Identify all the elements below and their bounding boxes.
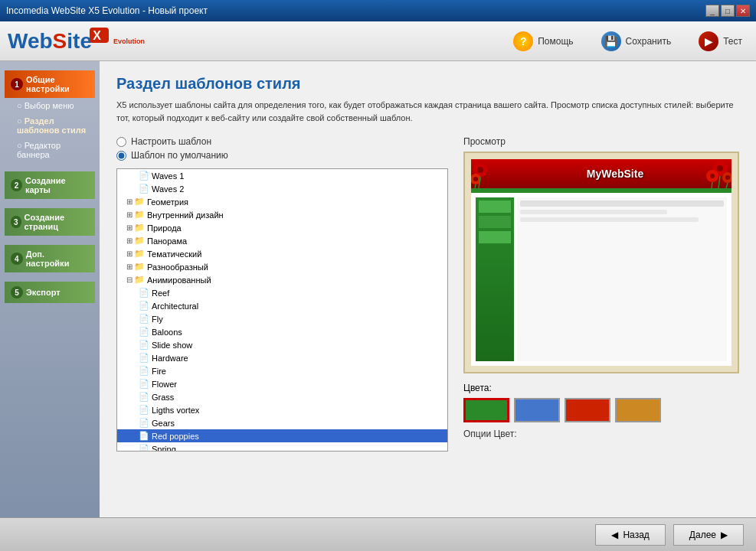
save-button[interactable]: 💾 Сохранить: [595, 28, 678, 54]
tree-item[interactable]: 📄Waves 2: [117, 182, 447, 195]
tree-item[interactable]: 📄Hardware: [117, 351, 447, 364]
svg-line-12: [718, 176, 720, 188]
color-swatch-orange[interactable]: [615, 398, 661, 422]
section-number-3: 3: [11, 216, 21, 228]
svg-point-9: [710, 174, 715, 178]
help-icon: ?: [513, 31, 533, 51]
test-label: Тест: [723, 36, 742, 47]
options-label: Опции Цвет:: [463, 429, 739, 439]
back-label: Назад: [623, 530, 649, 540]
preview-label: Просмотр: [463, 136, 739, 147]
sidebar-item-banner[interactable]: ○ Редактор баннера: [5, 138, 95, 162]
tree-item[interactable]: ⊞📁Тематический: [117, 247, 447, 260]
preview-header: MyWebSite: [471, 159, 731, 188]
help-label: Помощь: [538, 36, 573, 47]
tree-item[interactable]: 📄Flower: [117, 377, 447, 390]
radio-custom-label[interactable]: Настроить шаблон: [116, 136, 448, 147]
section-label-5: Экспорт: [26, 288, 61, 297]
content-body: Настроить шаблон Шаблон по умолчанию 📄Wa…: [116, 136, 739, 452]
back-chevron-icon: ◀: [611, 530, 618, 540]
tree-item[interactable]: ⊞📁Природа: [117, 221, 447, 234]
svg-line-5: [475, 184, 476, 188]
sidebar-header-5[interactable]: 5 Экспорт: [5, 282, 95, 303]
tree-item[interactable]: 📄Grass: [117, 390, 447, 403]
tree-item[interactable]: 📄Spring: [117, 442, 447, 452]
svg-line-13: [712, 182, 712, 188]
sidebar-section-4: 4 Доп. настройки: [5, 245, 95, 272]
tree-item[interactable]: ⊞📁Внутренний дизайн: [117, 208, 447, 221]
sidebar-header-2[interactable]: 2 Создание карты: [5, 171, 95, 199]
tree-item[interactable]: 📄Gears: [117, 416, 447, 429]
tree-item[interactable]: 📄Baloons: [117, 325, 447, 338]
tree-item[interactable]: 📄Ligths vortex: [117, 403, 447, 416]
sidebar: 1 Общиенастройки ○ Выбор меню ○ Раздел ш…: [0, 61, 100, 517]
preview-nav-btn-2: [479, 216, 511, 228]
main-layout: 1 Общиенастройки ○ Выбор меню ○ Раздел ш…: [0, 61, 756, 517]
preview-inner: MyWebSite: [471, 159, 731, 366]
title-bar: Incomedia WebSite X5 Evolution - Новый п…: [0, 0, 756, 21]
section-label-3: Создание страниц: [25, 213, 90, 231]
tree-item[interactable]: ⊞📁Панорама: [117, 234, 447, 247]
save-label: Сохранить: [626, 36, 672, 47]
back-button[interactable]: ◀ Назад: [595, 524, 665, 546]
poppies-right-icon: [678, 159, 731, 188]
sidebar-header-1[interactable]: 1 Общиенастройки: [5, 70, 95, 98]
tree-item[interactable]: ⊞📁Геометрия: [117, 195, 447, 208]
title-bar-title: Incomedia WebSite X5 Evolution - Новый п…: [6, 5, 208, 16]
logo-evolution: Evolution: [113, 37, 145, 45]
sidebar-header-3[interactable]: 3 Создание страниц: [5, 208, 95, 236]
preview-content-col: [517, 197, 727, 361]
preview-body-layout: [471, 193, 731, 366]
minimize-button[interactable]: _: [705, 5, 719, 17]
tree-item[interactable]: 📄Fire: [117, 364, 447, 377]
toolbar: WebSite X5 Evolution ? Помощь 💾 Сохранит…: [0, 21, 756, 61]
save-icon: 💾: [601, 31, 621, 51]
tree-item[interactable]: 📄Red poppies: [117, 429, 447, 442]
test-button[interactable]: ▶ Тест: [692, 28, 748, 54]
tree-item[interactable]: 📄Fly: [117, 312, 447, 325]
bottom-bar: ◀ Назад Далее ▶: [0, 517, 756, 551]
app-logo: WebSite X5 Evolution: [8, 29, 145, 54]
tree-item[interactable]: 📄Slide show: [117, 338, 447, 351]
maximize-button[interactable]: □: [721, 5, 735, 17]
color-swatch-blue[interactable]: [514, 398, 560, 422]
preview-nav-btn-3: [479, 231, 511, 243]
template-selector: Настроить шаблон Шаблон по умолчанию 📄Wa…: [116, 136, 448, 452]
template-tree[interactable]: 📄Waves 1📄Waves 2⊞📁Геометрия⊞📁Внутренний …: [116, 168, 448, 452]
page-title: Раздел шаблонов стиля: [116, 75, 739, 93]
colors-label: Цвета:: [463, 383, 739, 393]
tree-item[interactable]: 📄Waves 1: [117, 169, 447, 182]
title-bar-controls: _ □ ✕: [705, 5, 750, 17]
preview-content-line-1: [520, 201, 724, 207]
sidebar-section-3: 3 Создание страниц: [5, 208, 95, 236]
sidebar-header-4[interactable]: 4 Доп. настройки: [5, 245, 95, 272]
colors-section: Цвета: Опции Цвет:: [463, 383, 739, 439]
radio-default-text: Шаблон по умолчанию: [131, 150, 228, 161]
help-button[interactable]: ? Помощь: [507, 28, 579, 54]
logo-website: WebSite: [8, 29, 92, 53]
close-button[interactable]: ✕: [736, 5, 750, 17]
sidebar-item-menu[interactable]: ○ Выбор меню: [5, 98, 95, 113]
radio-custom-text: Настроить шаблон: [131, 136, 211, 147]
radio-custom[interactable]: [116, 137, 126, 147]
tree-item[interactable]: ⊞📁Разнообразный: [117, 260, 447, 273]
sidebar-section-1: 1 Общиенастройки ○ Выбор меню ○ Раздел ш…: [5, 70, 95, 162]
color-swatch-red[interactable]: [565, 398, 610, 422]
section-number-2: 2: [11, 179, 22, 191]
tree-item[interactable]: 📄Architectural: [117, 299, 447, 312]
color-swatches: [463, 398, 739, 422]
section-label-2: Создание карты: [25, 176, 89, 194]
radio-default-label[interactable]: Шаблон по умолчанию: [116, 150, 448, 161]
logo-x5: X5: [90, 28, 109, 43]
window-title-text: Incomedia WebSite X5 Evolution - Новый п…: [6, 5, 208, 16]
section-number-4: 4: [11, 253, 23, 265]
sidebar-item-templates[interactable]: ○ Раздел шаблонов стиля: [5, 113, 95, 138]
radio-default[interactable]: [116, 151, 126, 161]
sidebar-section-2: 2 Создание карты: [5, 171, 95, 199]
tree-item[interactable]: 📄Reef: [117, 286, 447, 299]
preview-panel: Просмотр: [463, 136, 739, 452]
content-area: Раздел шаблонов стиля X5 использует шабл…: [100, 61, 756, 517]
next-button[interactable]: Далее ▶: [673, 524, 744, 546]
tree-item[interactable]: ⊟📁Анимированный: [117, 273, 447, 286]
color-swatch-green[interactable]: [463, 398, 509, 422]
